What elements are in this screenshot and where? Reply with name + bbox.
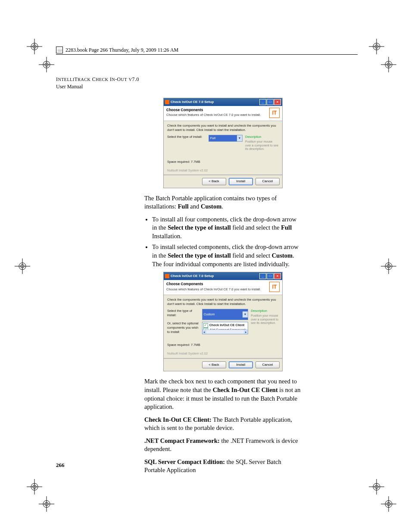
header-subtitle: Choose which features of Check In/Out CE…: [166, 113, 269, 117]
app-icon: [165, 100, 169, 104]
close-button[interactable]: ×: [274, 99, 281, 105]
minimize-button[interactable]: _: [259, 99, 266, 105]
registration-mark-icon: [381, 496, 396, 512]
instruction-text: Check the components you want to install…: [167, 298, 279, 306]
cancel-button[interactable]: Cancel: [255, 178, 280, 185]
registration-mark-icon: [381, 57, 396, 72]
logo-icon: IT: [269, 282, 280, 292]
registration-mark-icon: [369, 39, 384, 54]
book-icon: 📖: [56, 47, 63, 53]
space-required: Space required: 7.7MB: [167, 343, 279, 347]
dropdown-value: Full: [209, 136, 237, 140]
description-text: Position your mouse over a component to …: [251, 314, 279, 325]
install-type-label: Select the type of install:: [167, 309, 199, 317]
installer-screenshot-full: Check In/Out CE 7.0 Setup _ □ × Choose C…: [163, 98, 283, 188]
bullet-list: To install all four components, click th…: [152, 215, 302, 268]
body-paragraph: SQL Server Compact Edition: the SQL Serv…: [144, 458, 302, 475]
registration-mark-icon: [39, 57, 54, 72]
titlebar: Check In/Out CE 7.0 Setup _ □ ×: [164, 272, 282, 280]
book-header-text: 2283.book Page 266 Thursday, July 9, 200…: [65, 47, 178, 53]
list-item[interactable]: ✓Check In/Out CE Client: [203, 323, 247, 328]
window-title: Check In/Out CE 7.0 Setup: [171, 274, 214, 279]
maximize-button[interactable]: □: [267, 273, 274, 279]
instruction-text: Check the components you want to install…: [167, 124, 279, 132]
body-paragraph: The Batch Portable application contains …: [144, 194, 302, 211]
nsis-label: Nullsoft Install System v2.02: [167, 352, 279, 356]
install-button[interactable]: Install: [229, 361, 253, 369]
doc-title: INTELLITRACK CHECK IN-OUT V7.0: [56, 76, 358, 83]
body-paragraph: Check In-Out CE Client: The Batch Portab…: [144, 416, 302, 432]
scroll-left-icon[interactable]: ◂: [202, 330, 206, 334]
book-header: 📖 2283.book Page 266 Thursday, July 9, 2…: [56, 47, 358, 55]
close-button[interactable]: ×: [274, 273, 281, 279]
optional-components-label: Or, select the optional components you w…: [167, 321, 199, 334]
description-title: Description: [251, 309, 279, 313]
header-subtitle: Choose which features of Check In/Out CE…: [166, 287, 269, 292]
description-text: Position your mouse over a component to …: [245, 140, 279, 151]
header-title: Choose Components: [166, 282, 269, 286]
horizontal-scrollbar[interactable]: ◂ ▸: [202, 330, 248, 334]
list-item: To install all four components, click th…: [152, 215, 302, 241]
nsis-label: Nullsoft Install System v2.02: [167, 168, 279, 173]
back-button[interactable]: < Back: [202, 178, 226, 185]
registration-mark-icon: [369, 479, 384, 495]
scroll-right-icon[interactable]: ▸: [244, 330, 248, 334]
page-number: 266: [56, 462, 65, 469]
component-list[interactable]: ✓Check In/Out CE Client ✓.Net Compact Fr…: [202, 322, 249, 335]
install-button[interactable]: Install: [229, 178, 253, 185]
install-type-dropdown[interactable]: Custom ▾: [202, 309, 249, 320]
header-title: Choose Components: [166, 108, 269, 112]
space-required: Space required: 7.7MB: [167, 160, 279, 164]
installer-screenshot-custom: Check In/Out CE 7.0 Setup _ □ × Choose C…: [163, 272, 283, 371]
install-type-label: Select the type of install:: [167, 135, 206, 151]
cancel-button[interactable]: Cancel: [255, 361, 280, 369]
registration-mark-icon: [15, 258, 30, 274]
chevron-down-icon[interactable]: ▾: [237, 135, 242, 141]
window-title: Check In/Out CE 7.0 Setup: [171, 100, 214, 105]
titlebar: Check In/Out CE 7.0 Setup _ □ ×: [164, 98, 282, 106]
chevron-down-icon[interactable]: ▾: [243, 311, 248, 317]
logo-icon: IT: [269, 108, 280, 118]
list-item: To install selected components, click th…: [152, 243, 302, 268]
back-button[interactable]: < Back: [202, 361, 226, 369]
body-paragraph: .NET Compact Framework: the .NET Framewo…: [144, 437, 302, 454]
registration-mark-icon: [39, 496, 54, 512]
checkbox-icon[interactable]: ✓: [203, 323, 208, 328]
install-type-dropdown[interactable]: Full ▾: [209, 135, 243, 142]
registration-mark-icon: [381, 258, 396, 274]
doc-subtitle: User Manual: [56, 84, 358, 90]
maximize-button[interactable]: □: [267, 99, 274, 105]
registration-mark-icon: [27, 39, 42, 54]
description-title: Description: [245, 135, 279, 139]
registration-mark-icon: [27, 479, 42, 495]
app-icon: [165, 274, 169, 278]
body-paragraph: Mark the check box next to each componen…: [144, 377, 302, 411]
dropdown-value: Custom: [202, 312, 243, 317]
minimize-button[interactable]: _: [259, 273, 266, 279]
